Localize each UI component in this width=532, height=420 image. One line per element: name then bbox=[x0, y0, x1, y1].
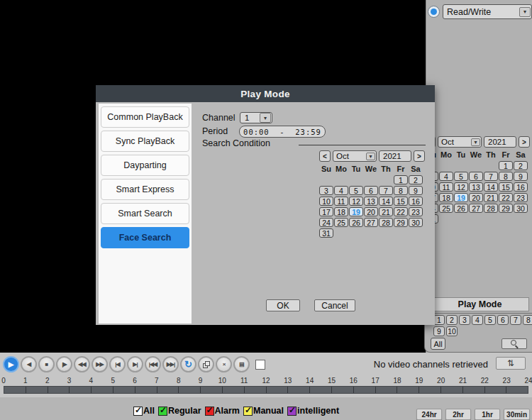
checkbox-checked-icon[interactable] bbox=[133, 407, 143, 416]
calendar-date-24[interactable]: 24 bbox=[319, 218, 333, 227]
next-file-button[interactable]: ▶| bbox=[127, 356, 143, 372]
calendar-date-7[interactable]: 7 bbox=[484, 172, 498, 181]
loop-button[interactable]: ↻ bbox=[180, 356, 196, 372]
calendar-prev-button[interactable]: < bbox=[319, 150, 331, 162]
calendar-date-14[interactable]: 14 bbox=[484, 182, 498, 192]
calendar-date-16[interactable]: 16 bbox=[409, 197, 423, 206]
calendar-date-14[interactable]: 14 bbox=[379, 197, 393, 206]
close-button[interactable]: × bbox=[216, 356, 232, 372]
calendar-date-22[interactable]: 22 bbox=[499, 193, 513, 202]
calendar-date-6[interactable]: 6 bbox=[469, 172, 483, 181]
filter-intelligent[interactable]: intelligent bbox=[287, 406, 339, 416]
calendar-date-25[interactable]: 25 bbox=[439, 204, 453, 213]
calendar-date-2[interactable]: 2 bbox=[409, 175, 423, 184]
chevron-down-icon[interactable]: ▾ bbox=[260, 113, 271, 123]
calendar-date-23[interactable]: 23 bbox=[514, 193, 528, 202]
period-input[interactable]: 00:00 - 23:59 bbox=[239, 126, 326, 138]
calendar-date-4[interactable]: 4 bbox=[334, 186, 348, 195]
calendar-date-27[interactable]: 27 bbox=[469, 204, 483, 213]
channel-button-4[interactable]: 4 bbox=[472, 315, 483, 325]
channel-button-3[interactable]: 3 bbox=[459, 315, 470, 325]
skip-to-end-button[interactable]: ▶▶| bbox=[162, 356, 179, 372]
timeline-bar[interactable] bbox=[4, 386, 528, 394]
calendar-date-18[interactable]: 18 bbox=[439, 193, 453, 202]
calendar-date-8[interactable]: 8 bbox=[394, 186, 408, 195]
calendar-date-12[interactable]: 12 bbox=[349, 197, 363, 206]
calendar-date-22[interactable]: 22 bbox=[394, 207, 408, 216]
sidebar-item-smart-search[interactable]: Smart Search bbox=[101, 203, 189, 224]
calendar-date-26[interactable]: 26 bbox=[454, 204, 468, 213]
calendar-date-23[interactable]: 23 bbox=[409, 207, 423, 216]
sidebar-item-sync-playback[interactable]: Sync PlayBack bbox=[101, 131, 189, 152]
calendar-date-6[interactable]: 6 bbox=[364, 186, 378, 195]
calendar-year-field[interactable]: 2021 bbox=[379, 150, 411, 162]
multi-window-button[interactable] bbox=[198, 356, 214, 372]
filter-all[interactable]: All bbox=[133, 406, 155, 416]
calendar-date-9[interactable]: 9 bbox=[514, 172, 528, 181]
checkbox-checked-icon[interactable] bbox=[158, 407, 167, 416]
playback-checkbox[interactable] bbox=[255, 360, 265, 370]
calendar-date-29[interactable]: 29 bbox=[499, 204, 513, 213]
calendar-date-13[interactable]: 13 bbox=[469, 182, 483, 192]
calendar-date-11[interactable]: 11 bbox=[334, 197, 348, 206]
channel-button-1[interactable]: 1 bbox=[433, 315, 445, 325]
calendar-date-13[interactable]: 13 bbox=[364, 197, 378, 206]
filter-alarm[interactable]: Alarm bbox=[205, 406, 240, 416]
stop-button[interactable]: ■ bbox=[38, 356, 55, 372]
calendar-date-20[interactable]: 20 bbox=[469, 193, 483, 202]
calendar-date-17[interactable]: 17 bbox=[319, 207, 333, 216]
channel-dropdown[interactable]: 1 ▾ bbox=[240, 112, 272, 123]
sidebar-item-dayparting[interactable]: Dayparting bbox=[101, 155, 189, 176]
calendar-date-29[interactable]: 29 bbox=[394, 218, 408, 227]
calendar-date-3[interactable]: 3 bbox=[319, 186, 333, 195]
ok-button[interactable]: OK bbox=[266, 299, 300, 311]
fast-forward-button[interactable]: ▶▶ bbox=[92, 356, 108, 372]
calendar-date-1[interactable]: 1 bbox=[394, 175, 408, 184]
checkbox-checked-icon[interactable] bbox=[205, 407, 214, 416]
calendar-date-5[interactable]: 5 bbox=[349, 186, 363, 195]
channel-button-10[interactable]: 10 bbox=[446, 326, 458, 336]
calendar-date-4[interactable]: 4 bbox=[439, 172, 453, 181]
save-clip-button[interactable]: ▤ bbox=[233, 356, 250, 372]
calendar-date-15[interactable]: 15 bbox=[394, 197, 408, 206]
range-button-24hr[interactable]: 24hr bbox=[416, 409, 442, 420]
channel-button-5[interactable]: 5 bbox=[484, 315, 496, 325]
checkbox-checked-icon[interactable] bbox=[287, 407, 297, 416]
calendar-date-1[interactable]: 1 bbox=[499, 161, 513, 170]
radio-selected-icon[interactable] bbox=[428, 6, 440, 18]
calendar-date-25[interactable]: 25 bbox=[334, 218, 348, 227]
calendar-date-31[interactable]: 31 bbox=[319, 228, 333, 238]
channel-button-6[interactable]: 6 bbox=[497, 315, 509, 325]
range-button-30min[interactable]: 30min bbox=[504, 409, 530, 420]
calendar-date-21[interactable]: 21 bbox=[379, 207, 393, 216]
filter-regular[interactable]: Regular bbox=[158, 406, 201, 416]
rewind-button[interactable]: ◀◀ bbox=[74, 356, 90, 372]
calendar-date-20[interactable]: 20 bbox=[364, 207, 378, 216]
sidebar-item-face-search[interactable]: Face Search bbox=[101, 227, 189, 248]
channel-button-7[interactable]: 7 bbox=[510, 315, 521, 325]
sidebar-item-common-playback[interactable]: Common PlayBack bbox=[101, 106, 189, 128]
chevron-down-icon[interactable]: ▾ bbox=[366, 153, 375, 160]
prev-file-button[interactable]: |◀ bbox=[109, 356, 126, 372]
sidebar-item-smart-express[interactable]: Smart Express bbox=[101, 179, 189, 200]
calendar-date-8[interactable]: 8 bbox=[499, 172, 513, 181]
range-button-2hr[interactable]: 2hr bbox=[445, 409, 471, 420]
calendar-date-21[interactable]: 21 bbox=[484, 193, 498, 202]
channel-button-8[interactable]: 8 bbox=[523, 315, 532, 325]
filter-manual[interactable]: Manual bbox=[243, 406, 284, 416]
calendar-date-12[interactable]: 12 bbox=[454, 182, 468, 192]
calendar-date-28[interactable]: 28 bbox=[379, 218, 393, 227]
calendar-date-5[interactable]: 5 bbox=[454, 172, 468, 181]
calendar-next-button[interactable]: > bbox=[414, 150, 425, 162]
calendar-date-18[interactable]: 18 bbox=[334, 207, 348, 216]
channel-refresh-button[interactable]: ⇅ bbox=[496, 357, 526, 370]
calendar-month-dropdown[interactable]: Oct▾ bbox=[438, 136, 482, 148]
calendar-date-11[interactable]: 11 bbox=[439, 182, 453, 192]
read-write-dropdown[interactable]: Read/Write ▾ bbox=[443, 4, 532, 19]
calendar-date-10[interactable]: 10 bbox=[319, 197, 333, 206]
calendar-month-dropdown[interactable]: Oct▾ bbox=[333, 150, 377, 162]
checkbox-checked-icon[interactable] bbox=[243, 407, 253, 416]
calendar-date-19[interactable]: 19 bbox=[454, 193, 468, 202]
chevron-down-icon[interactable]: ▾ bbox=[471, 138, 480, 146]
calendar-date-15[interactable]: 15 bbox=[499, 182, 513, 192]
